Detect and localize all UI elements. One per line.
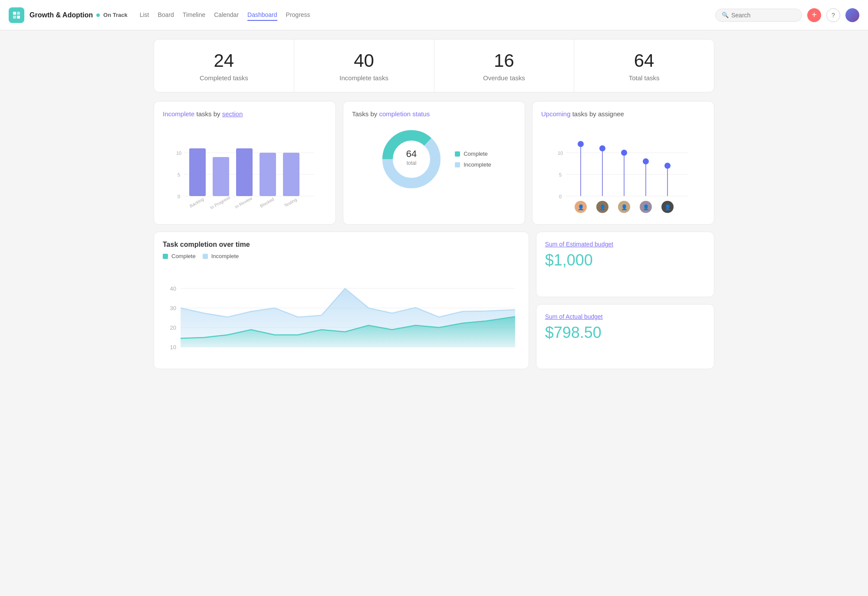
status-text: On Track xyxy=(103,12,128,18)
bar-chart-card: Incomplete tasks by section 0 5 10 xyxy=(154,101,336,225)
line-chart-legend: Complete Incomplete xyxy=(163,253,520,259)
estimated-budget-card: Sum of Estimated budget $1,000 xyxy=(536,232,714,297)
bar-chart-area: 0 5 10 xyxy=(163,124,327,216)
logo xyxy=(9,7,24,23)
line-legend-complete-dot xyxy=(163,254,168,259)
estimated-budget-prefix: Sum of xyxy=(545,241,566,248)
line-legend-incomplete-label: Incomplete xyxy=(211,253,239,259)
donut-title-prefix: Tasks by xyxy=(352,110,379,118)
actual-budget-card: Sum of Actual budget $798.50 xyxy=(536,304,714,370)
search-icon: 🔍 xyxy=(722,12,729,18)
svg-text:Blocked: Blocked xyxy=(259,197,275,209)
nav-tabs: List Board Timeline Calendar Dashboard P… xyxy=(140,10,310,21)
svg-rect-11 xyxy=(213,157,229,196)
svg-text:64: 64 xyxy=(406,148,417,159)
donut-chart-card: Tasks by completion status 64 total xyxy=(343,101,525,225)
svg-text:Backlog: Backlog xyxy=(189,197,204,209)
legend-complete: Complete xyxy=(455,151,491,157)
svg-text:30: 30 xyxy=(170,306,176,311)
header: Growth & Adoption On Track List Board Ti… xyxy=(0,0,868,30)
project-title: Growth & Adoption On Track xyxy=(30,11,128,19)
bar-chart-title-section: section xyxy=(222,110,243,118)
svg-point-43 xyxy=(643,158,649,164)
svg-rect-1 xyxy=(17,12,20,15)
svg-rect-2 xyxy=(13,16,16,19)
lollipop-chart-title: Upcoming tasks by assignee xyxy=(541,110,705,118)
legend-incomplete-dot xyxy=(455,162,460,167)
tab-list[interactable]: List xyxy=(140,10,149,21)
tab-progress[interactable]: Progress xyxy=(286,10,310,21)
bar-chart-title-incomplete: Incomplete xyxy=(163,110,194,118)
svg-point-39 xyxy=(621,150,627,156)
line-chart-title: Task completion over time xyxy=(163,241,520,249)
search-input[interactable] xyxy=(731,12,796,19)
svg-rect-13 xyxy=(260,153,276,196)
svg-text:👤: 👤 xyxy=(578,204,584,210)
svg-rect-12 xyxy=(236,148,253,196)
line-legend-incomplete-dot xyxy=(203,254,208,259)
line-legend-incomplete: Incomplete xyxy=(203,253,239,259)
tab-calendar[interactable]: Calendar xyxy=(214,10,239,21)
tab-timeline[interactable]: Timeline xyxy=(183,10,205,21)
legend-incomplete: Incomplete xyxy=(455,161,491,168)
svg-text:10: 10 xyxy=(170,345,176,350)
actual-budget-prefix: Sum of xyxy=(545,313,566,320)
stat-total-label: Total tasks xyxy=(583,74,705,82)
svg-point-31 xyxy=(578,141,584,147)
actual-budget-value: $798.50 xyxy=(545,324,705,342)
svg-text:10: 10 xyxy=(558,151,563,156)
tab-board[interactable]: Board xyxy=(158,10,174,21)
stat-incomplete-number: 40 xyxy=(303,50,425,72)
svg-text:👤: 👤 xyxy=(599,204,606,210)
lollipop-area: 0 5 10 👤 👤 xyxy=(541,124,705,216)
donut-container: 64 total Complete Incomplete xyxy=(352,124,516,194)
svg-rect-14 xyxy=(283,153,299,196)
avatar[interactable] xyxy=(845,8,859,22)
lollipop-svg: 0 5 10 👤 👤 xyxy=(541,124,705,216)
tab-dashboard[interactable]: Dashboard xyxy=(247,10,277,21)
svg-text:5: 5 xyxy=(178,172,180,177)
legend-complete-label: Complete xyxy=(464,151,488,157)
project-info: Growth & Adoption On Track xyxy=(30,11,128,19)
lollipop-chart-card: Upcoming tasks by assignee 0 5 10 xyxy=(532,101,714,225)
svg-text:0: 0 xyxy=(559,194,562,199)
stat-completed-number: 24 xyxy=(163,50,285,72)
svg-text:40: 40 xyxy=(170,286,176,292)
line-chart-area: 10 20 30 40 xyxy=(163,265,520,360)
svg-rect-0 xyxy=(13,12,16,15)
donut-chart-title: Tasks by completion status xyxy=(352,110,516,118)
svg-point-35 xyxy=(599,145,605,151)
help-button[interactable]: ? xyxy=(826,8,840,22)
charts-row: Incomplete tasks by section 0 5 10 xyxy=(154,101,714,225)
bar-chart-title-middle: tasks by xyxy=(197,110,222,118)
budget-column: Sum of Estimated budget $1,000 Sum of Ac… xyxy=(536,232,714,369)
estimated-budget-label: Estimated budget xyxy=(566,241,613,248)
svg-text:👤: 👤 xyxy=(621,204,628,210)
stat-total-number: 64 xyxy=(583,50,705,72)
line-chart-card: Task completion over time Complete Incom… xyxy=(154,232,529,369)
donut-legend: Complete Incomplete xyxy=(455,151,491,168)
line-legend-complete: Complete xyxy=(163,253,196,259)
add-button[interactable]: + xyxy=(807,8,821,22)
status-dot xyxy=(96,13,100,17)
bar-chart-svg: 0 5 10 xyxy=(163,124,327,216)
stat-overdue-label: Overdue tasks xyxy=(443,74,566,82)
svg-rect-10 xyxy=(189,148,206,196)
bar-chart-title: Incomplete tasks by section xyxy=(163,110,327,118)
actual-budget-subtitle: Sum of Actual budget xyxy=(545,313,705,320)
svg-text:👤: 👤 xyxy=(664,204,671,210)
legend-complete-dot xyxy=(455,151,460,157)
estimated-budget-subtitle: Sum of Estimated budget xyxy=(545,241,705,248)
search-box[interactable]: 🔍 xyxy=(715,9,802,22)
stat-overdue: 16 Overdue tasks xyxy=(434,39,575,92)
svg-text:Testing: Testing xyxy=(283,197,298,208)
header-right: 🔍 + ? xyxy=(715,8,859,22)
line-legend-complete-label: Complete xyxy=(171,253,196,259)
bottom-row: Task completion over time Complete Incom… xyxy=(154,232,714,369)
svg-point-47 xyxy=(664,163,671,169)
actual-budget-label: Actual budget xyxy=(566,313,603,320)
stat-incomplete-label: Incomplete tasks xyxy=(303,74,425,82)
svg-text:In Review: In Review xyxy=(234,196,253,210)
donut-chart: 64 total xyxy=(377,124,446,194)
stat-incomplete: 40 Incomplete tasks xyxy=(294,39,434,92)
